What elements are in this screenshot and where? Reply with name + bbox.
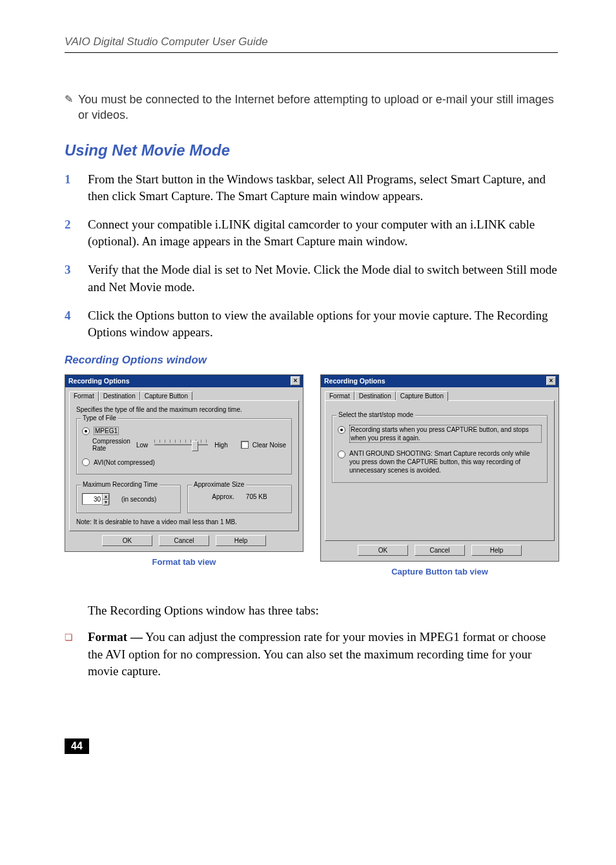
compression-slider[interactable]	[154, 444, 208, 445]
running-head: VAIO Digital Studio Computer User Guide	[65, 36, 558, 48]
window-title: Recording Options	[68, 377, 130, 385]
tab-destination[interactable]: Destination	[354, 391, 396, 401]
subcaption-right: Capture Button tab view	[320, 567, 559, 576]
label-anti-ground: ANTI GROUND SHOOTING: Smart Capture reco…	[349, 449, 542, 474]
tab-row: Format Destination Capture Button	[325, 390, 555, 401]
titlebar[interactable]: Recording Options ×	[65, 375, 303, 387]
tab-format[interactable]: Format	[325, 391, 354, 401]
header-rule	[65, 52, 558, 53]
tab-capture-button[interactable]: Capture Button	[140, 391, 192, 401]
group-max-recording: Maximum Recording Time ▲▼ (in seconds)	[76, 485, 181, 513]
cancel-button[interactable]: Cancel	[415, 545, 465, 556]
spinner-down-icon[interactable]: ▼	[103, 500, 109, 505]
label-seconds: (in seconds)	[121, 496, 156, 503]
tab-capture-button[interactable]: Capture Button	[396, 391, 448, 401]
ok-button[interactable]: OK	[358, 545, 408, 556]
step-number: 3	[65, 261, 74, 295]
label-clear-noise: Clear Noise	[252, 442, 286, 449]
step-text: Connect your compatible i.LINK digital c…	[88, 216, 558, 250]
page-number: 44	[65, 738, 89, 754]
step-text: From the Start button in the Windows tas…	[88, 171, 558, 205]
step-number: 4	[65, 307, 74, 341]
label-avi: AVI(Not compressed)	[94, 459, 155, 466]
format-note: Note: It is desirable to have a video ma…	[76, 518, 292, 525]
radio-avi[interactable]	[82, 458, 90, 466]
cancel-button[interactable]: Cancel	[159, 535, 209, 546]
titlebar[interactable]: Recording Options ×	[321, 375, 559, 387]
figure-caption: Recording Options window	[65, 354, 558, 367]
close-icon[interactable]: ×	[546, 376, 556, 385]
group-approx-size: Approximate Size Approx. 705 KB	[187, 485, 292, 513]
checkbox-clear-noise[interactable]	[241, 441, 249, 449]
bullet-list: ❏ Format — You can adjust the compressio…	[65, 629, 558, 680]
slider-thumb[interactable]	[192, 441, 198, 451]
group-title: Type of File	[81, 414, 118, 422]
group-start-stop-mode: Select the start/stop mode Recording sta…	[332, 415, 548, 483]
note-block: ✎ You must be connected to the Internet …	[65, 92, 558, 123]
bullet-icon: ❏	[65, 631, 75, 680]
help-button[interactable]: Help	[471, 545, 522, 556]
step-text: Verify that the Mode dial is set to Net …	[88, 261, 558, 295]
recording-options-window-capture: Recording Options × Format Destination C…	[320, 374, 559, 562]
close-icon[interactable]: ×	[291, 376, 300, 385]
body-paragraph: The Recording Options window has three t…	[88, 602, 558, 620]
format-prompt: Specifies the type of file and the maxim…	[76, 406, 292, 413]
label-size-value: 705 KB	[246, 493, 267, 500]
label-mpeg1: MPEG1	[94, 427, 119, 435]
label-press-toggle: Recording starts when you press CAPTURE …	[349, 425, 542, 443]
group-type-of-file: Type of File MPEG1 Compression Rate Low …	[76, 418, 292, 474]
group-title: Maximum Recording Time	[81, 481, 159, 488]
label-compression-rate: Compression Rate	[92, 438, 132, 452]
ok-button[interactable]: OK	[102, 535, 152, 546]
spinner-up-icon[interactable]: ▲	[103, 494, 109, 500]
tab-format[interactable]: Format	[69, 391, 99, 401]
recording-options-window-format: Recording Options × Format Destination C…	[65, 374, 303, 552]
tab-destination[interactable]: Destination	[99, 391, 140, 401]
section-heading: Using Net Movie Mode	[65, 141, 558, 159]
note-text: You must be connected to the Internet be…	[78, 92, 558, 123]
label-high: High	[214, 442, 228, 449]
group-title: Select the start/stop mode	[336, 411, 415, 418]
label-approx: Approx.	[212, 493, 234, 500]
radio-press-toggle[interactable]	[338, 426, 345, 434]
group-title: Approximate Size	[192, 481, 246, 488]
bullet-text: Format — You can adjust the compression …	[88, 629, 558, 680]
max-recording-spinner[interactable]: ▲▼	[82, 493, 110, 505]
step-number: 2	[65, 216, 74, 250]
tab-row: Format Destination Capture Button	[69, 390, 299, 401]
radio-anti-ground[interactable]	[338, 451, 345, 458]
subcaption-left: Format tab view	[65, 557, 303, 567]
max-recording-input[interactable]	[83, 494, 102, 504]
steps-list: 1From the Start button in the Windows ta…	[65, 171, 558, 341]
radio-mpeg1[interactable]	[82, 427, 90, 435]
window-title: Recording Options	[324, 377, 385, 385]
pencil-icon: ✎	[65, 93, 73, 106]
step-number: 1	[65, 171, 74, 205]
step-text: Click the Options button to view the ava…	[88, 307, 558, 341]
help-button[interactable]: Help	[216, 535, 266, 546]
label-low: Low	[136, 442, 148, 449]
